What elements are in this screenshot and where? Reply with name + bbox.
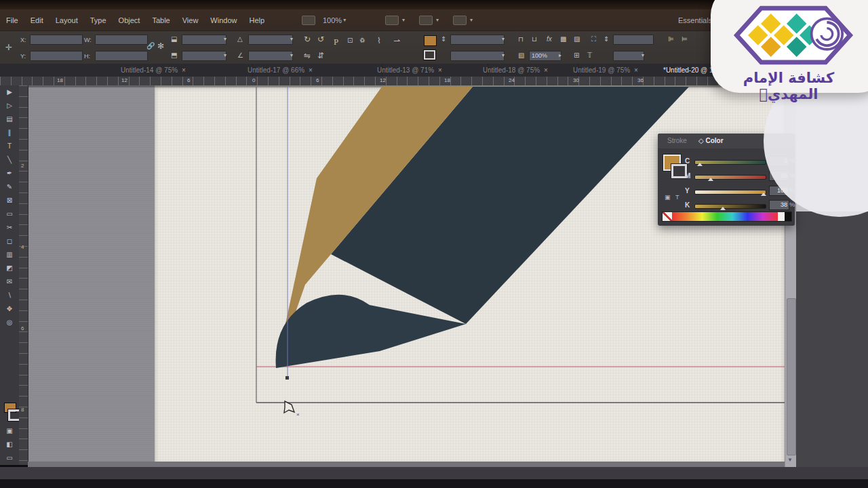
line-tool[interactable]: ╲ — [0, 153, 19, 167]
tab-close-icon[interactable]: × — [544, 66, 548, 74]
stroke-style-icon[interactable]: ⌇ — [377, 37, 381, 45]
y-slider-thumb[interactable] — [761, 192, 766, 196]
frame-fitting-icon[interactable]: ⛶ — [591, 35, 596, 43]
stroke-weight-caret-icon[interactable]: ▾ — [502, 35, 505, 43]
flip-vertical-icon[interactable]: ⇵ — [317, 52, 324, 60]
text-frame-icon[interactable]: 𝕋 — [587, 52, 592, 60]
menu-table[interactable]: Table — [146, 16, 176, 24]
tab-close-icon[interactable]: × — [182, 66, 186, 74]
m-slider-track[interactable] — [694, 175, 766, 180]
align-icons[interactable]: ⊫ — [668, 35, 674, 43]
selection-tool[interactable]: ▶ — [0, 85, 19, 99]
none-color-swatch[interactable] — [663, 212, 672, 221]
stroke-type-field[interactable] — [450, 51, 505, 61]
tab-close-icon[interactable]: × — [634, 66, 638, 74]
vertical-ruler[interactable]: 2 4 6 8 — [19, 85, 28, 465]
rotate-ccw-icon[interactable]: ↺ — [317, 35, 324, 43]
gear-icon[interactable]: ✻ — [157, 42, 164, 50]
document-tab[interactable]: Untitled-17 @ 66% × — [242, 64, 382, 77]
rainbow-spectrum[interactable] — [672, 212, 778, 221]
zoom-level-value[interactable]: 100% — [323, 16, 342, 24]
arrowhead-icon[interactable]: ⇀ — [393, 37, 400, 45]
direct-selection-tool[interactable]: ▷ — [0, 99, 19, 113]
fitting-field[interactable] — [613, 35, 654, 45]
anchor-point[interactable] — [285, 376, 289, 380]
rotation-caret-icon[interactable]: ▾ — [290, 35, 293, 43]
fill-color-swatch[interactable] — [424, 35, 437, 46]
menu-type[interactable]: Type — [84, 16, 113, 24]
eyedropper-tool[interactable]: ∖ — [0, 289, 19, 302]
corner-size-icon[interactable]: ⊔ — [532, 35, 537, 43]
hand-tool[interactable]: ✥ — [0, 302, 19, 316]
rectangle-tool[interactable]: ▭ — [0, 207, 19, 221]
corner-options-icon[interactable]: ⊓ — [518, 35, 524, 43]
scrollbar-thumb[interactable] — [787, 298, 796, 455]
note-tool[interactable]: ✉ — [0, 275, 19, 289]
apply-color-button[interactable]: ▣ — [0, 424, 19, 438]
opacity-field[interactable]: 100% — [529, 51, 561, 61]
rotate-cw-icon[interactable]: ↻ — [304, 35, 311, 43]
free-transform-tool[interactable]: ◻ — [0, 235, 19, 248]
y-slider-track[interactable] — [694, 190, 766, 195]
screen-mode-button[interactable]: ▾ — [417, 9, 440, 30]
k-slider-thumb[interactable] — [720, 207, 726, 210]
flip-horizontal-icon[interactable]: ⇋ — [304, 52, 311, 60]
zoom-tool[interactable]: ◎ — [0, 316, 19, 329]
type-tool[interactable]: T — [0, 140, 19, 153]
document-tab[interactable]: Untitled-18 @ 75% × — [477, 64, 578, 77]
horizontal-scrollbar[interactable] — [0, 467, 868, 479]
scissors-tool[interactable]: ✂ — [0, 221, 19, 235]
fit-stepper-icon[interactable]: ⇕ — [604, 35, 609, 43]
c-slider-track[interactable] — [694, 160, 766, 165]
pencil-tool[interactable]: ✎ — [0, 180, 19, 194]
black-swatch[interactable] — [785, 212, 791, 221]
document-tab[interactable]: Untitled-19 @ 75% × — [568, 64, 669, 77]
menu-file[interactable]: File — [0, 16, 24, 24]
m-slider-thumb[interactable] — [708, 178, 713, 181]
stroke-type-caret-icon[interactable]: ▾ — [502, 52, 505, 60]
k-value-field[interactable]: 38 — [769, 200, 789, 210]
x-position-field[interactable] — [30, 35, 83, 45]
formatting-text-icon[interactable]: T — [675, 194, 679, 201]
document-tab[interactable]: Untitled-14 @ 75% × — [115, 64, 253, 77]
formatting-container-icon[interactable]: ▣ — [665, 194, 671, 201]
shear-angle-field[interactable] — [248, 51, 293, 61]
constrain-proportions-icon[interactable]: 🔗 — [146, 42, 155, 50]
scale-x-caret-icon[interactable]: ▾ — [224, 35, 226, 43]
gradient-feather-tool[interactable]: ◩ — [0, 262, 19, 275]
stroke-color-swatch[interactable] — [424, 50, 435, 60]
k-slider-track[interactable] — [694, 204, 766, 209]
frame-tool[interactable]: ⊠ — [0, 194, 19, 207]
white-swatch[interactable] — [778, 212, 785, 221]
document-tab[interactable]: Untitled-13 @ 71% × — [372, 64, 488, 77]
text-wrap-icon[interactable]: ⊞ — [574, 52, 579, 60]
zoom-control[interactable]: 100% ▾ — [300, 9, 347, 30]
height-field[interactable] — [95, 51, 148, 61]
menu-object[interactable]: Object — [113, 16, 146, 24]
tab-close-icon[interactable]: × — [438, 66, 442, 74]
wrap-caret-icon[interactable]: ▾ — [642, 52, 644, 60]
menu-help[interactable]: Help — [243, 16, 271, 24]
shear-caret-icon[interactable]: ▾ — [290, 52, 293, 60]
apply-gradient-button[interactable]: ◧ — [0, 438, 19, 451]
stroke-weight-field[interactable] — [450, 35, 505, 45]
reference-point-proxy[interactable]: ✛ — [5, 43, 12, 52]
workspace-switcher[interactable]: Essentials — [678, 9, 712, 30]
color-spectrum-bar[interactable] — [662, 211, 792, 222]
color-panel-tab[interactable]: ◇ Color — [698, 134, 724, 148]
select-content-icon[interactable]: ♽ — [359, 37, 366, 45]
distribute-icons[interactable]: ⊨ — [682, 35, 688, 43]
effects-fx-icon[interactable]: fx — [547, 35, 552, 43]
bridge-icon[interactable] — [302, 16, 315, 25]
scrollbar-down-arrow-icon[interactable]: ▼ — [787, 457, 793, 463]
y-position-field[interactable] — [30, 51, 83, 61]
page-tool[interactable]: ▤ — [0, 113, 19, 126]
arrange-documents-button[interactable]: ▾ — [451, 9, 474, 30]
wrap-options-field[interactable] — [613, 51, 644, 61]
paragraph-style-icon[interactable]: P — [334, 38, 338, 46]
view-options-button[interactable]: ▾ — [383, 9, 406, 30]
menu-view[interactable]: View — [176, 16, 205, 24]
tab-close-icon[interactable]: × — [309, 66, 313, 74]
screen-mode-toggle[interactable]: ▭ — [0, 451, 19, 465]
stroke-panel-tab[interactable]: Stroke — [667, 134, 687, 148]
